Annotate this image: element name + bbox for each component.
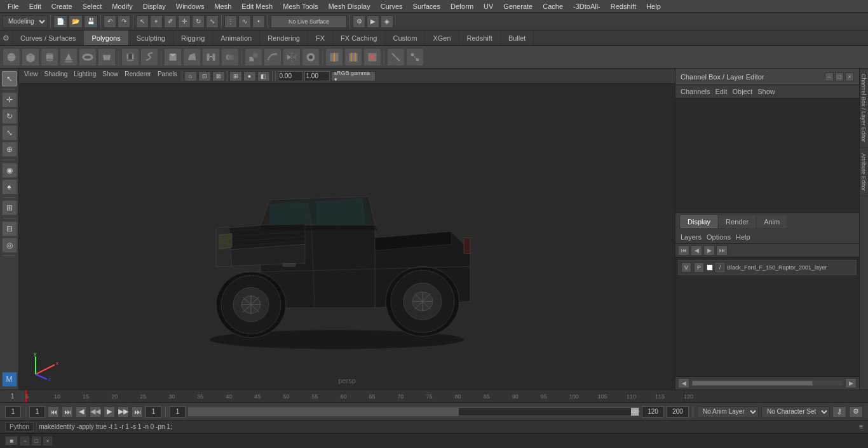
exposure-input[interactable] <box>278 71 303 81</box>
shelf-fill-hole-btn[interactable] <box>302 48 320 66</box>
layers-scroll-right-btn[interactable]: ▶ <box>845 378 857 388</box>
viewport-lighting-btn[interactable]: Lighting <box>71 70 98 83</box>
tab-fx[interactable]: FX <box>308 31 333 45</box>
menu-3dtoll[interactable]: -3DtoAll- <box>568 2 606 11</box>
layers-menu-options[interactable]: Options <box>707 233 731 241</box>
tab-xgen[interactable]: XGen <box>425 31 459 45</box>
menu-modify[interactable]: Modify <box>107 2 137 11</box>
menu-curves[interactable]: Curves <box>376 2 408 11</box>
new-scene-btn[interactable]: 📄 <box>53 15 67 28</box>
step-back-one-btn[interactable]: ◀ <box>76 406 87 417</box>
range-end-input[interactable] <box>642 406 664 417</box>
sculpt-btn[interactable]: ♠ <box>2 179 17 194</box>
layers-nav-back-btn[interactable]: ⏮ <box>678 245 689 255</box>
current-frame-input[interactable] <box>5 406 21 417</box>
save-scene-btn[interactable]: 💾 <box>84 15 98 28</box>
render-settings-btn[interactable]: ⚙ <box>353 15 365 28</box>
color-space-btn[interactable]: sRGB gamma ▾ <box>331 71 376 81</box>
shelf-insert-edge-btn[interactable] <box>325 48 343 66</box>
rotate-tool-btn[interactable]: ↻ <box>192 15 205 28</box>
layers-nav-end-btn[interactable]: ⏭ <box>716 245 728 255</box>
shelf-plane-btn[interactable] <box>98 48 116 66</box>
step-back-btn[interactable]: ⏭ <box>62 406 73 417</box>
select-mode-btn[interactable]: ↖ <box>2 71 17 86</box>
channel-menu-object[interactable]: Object <box>732 88 752 95</box>
tab-gear-icon[interactable]: ⚙ <box>0 31 13 46</box>
smooth-shade-btn[interactable]: ● <box>243 71 256 81</box>
panel-close-btn[interactable]: × <box>845 72 854 81</box>
python-mode-label[interactable]: Python <box>5 422 34 431</box>
shelf-offset-edge-btn[interactable] <box>344 48 362 66</box>
universal-mode-btn[interactable]: ⊕ <box>2 142 17 157</box>
shelf-helix-btn[interactable] <box>140 48 158 66</box>
layer-visibility-btn[interactable]: V <box>681 262 691 273</box>
isolate-select-btn[interactable]: ◎ <box>2 238 17 253</box>
tab-bullet[interactable]: Bullet <box>501 31 534 45</box>
soft-select-btn[interactable]: ◉ <box>2 163 17 178</box>
panel-tab-anim[interactable]: Anim <box>757 215 787 228</box>
menu-mesh-tools[interactable]: Mesh Tools <box>278 2 323 11</box>
tab-rigging[interactable]: Rigging <box>173 31 213 45</box>
menu-file[interactable]: File <box>3 2 24 11</box>
shelf-sphere-btn[interactable] <box>3 48 20 66</box>
panel-tab-display[interactable]: Display <box>681 215 717 228</box>
cam-home-btn[interactable]: ⌂ <box>184 71 197 81</box>
panel-maximize-btn[interactable]: □ <box>835 72 844 81</box>
menu-windows[interactable]: Windows <box>171 2 210 11</box>
panel-minimize-btn[interactable]: − <box>825 72 834 81</box>
layers-menu-layers[interactable]: Layers <box>681 233 702 241</box>
tab-sculpting[interactable]: Sculpting <box>129 31 173 45</box>
render-btn[interactable]: ▶ <box>367 15 379 28</box>
cam-select-btn[interactable]: ⊠ <box>212 71 225 81</box>
move-tool-btn[interactable]: ✛ <box>178 15 191 28</box>
play-back-btn[interactable]: ◀◀ <box>90 406 101 417</box>
auto-key-btn[interactable]: ⚷ <box>832 406 846 417</box>
os-app-icon[interactable]: ■ <box>5 436 18 445</box>
menu-display[interactable]: Display <box>138 2 171 11</box>
snap-curve-btn[interactable]: ∿ <box>238 15 251 28</box>
layer-options-btn[interactable]: / <box>715 263 724 272</box>
menu-uv[interactable]: UV <box>478 2 498 11</box>
tab-custom[interactable]: Custom <box>386 31 426 45</box>
frame-range-slider[interactable]: 120 <box>188 407 639 416</box>
menu-help[interactable]: Help <box>641 2 666 11</box>
play-forward-btn[interactable]: ▶ <box>104 406 115 417</box>
viewport-panels-btn[interactable]: Panels <box>155 70 180 83</box>
shelf-pipe-btn[interactable] <box>121 48 139 66</box>
wireframe-btn[interactable]: ⊞ <box>229 71 242 81</box>
viewport-view-btn[interactable]: View <box>22 70 41 83</box>
layers-scrollbar[interactable] <box>692 381 843 386</box>
menu-edit[interactable]: Edit <box>24 2 46 11</box>
move-mode-btn[interactable]: ✛ <box>2 92 17 107</box>
tab-redshift[interactable]: Redshift <box>459 31 501 45</box>
tab-animation[interactable]: Animation <box>213 31 260 45</box>
cam-frame-btn[interactable]: ⊡ <box>198 71 211 81</box>
paint-select-btn[interactable]: ✐ <box>164 15 177 28</box>
scale-tool-btn[interactable]: ⤡ <box>206 15 219 28</box>
shelf-delete-edge-btn[interactable] <box>363 48 381 66</box>
range-start-input[interactable] <box>170 406 186 417</box>
grid-display-btn[interactable]: ⊟ <box>2 221 17 236</box>
status-right-btn[interactable]: ≡ <box>859 423 863 430</box>
shelf-boolean-btn[interactable] <box>221 48 239 66</box>
menu-cache[interactable]: Cache <box>538 2 568 11</box>
tab-polygons[interactable]: Polygons <box>84 31 128 45</box>
viewport-renderer-btn[interactable]: Renderer <box>122 70 154 83</box>
channel-menu-show[interactable]: Show <box>757 88 775 95</box>
anim-layer-dropdown[interactable]: No Anim Layer <box>697 406 759 417</box>
tab-rendering[interactable]: Rendering <box>260 31 308 45</box>
workspace-dropdown[interactable]: Modeling <box>3 15 48 28</box>
shelf-torus-btn[interactable] <box>79 48 97 66</box>
max-frame-input[interactable] <box>667 406 689 417</box>
menu-mesh-display[interactable]: Mesh Display <box>323 2 376 11</box>
redo-btn[interactable]: ↷ <box>118 15 130 28</box>
layers-menu-help[interactable]: Help <box>736 233 750 241</box>
undo-btn[interactable]: ↶ <box>104 15 116 28</box>
viewport-show-btn[interactable]: Show <box>100 70 121 83</box>
layer-row-main[interactable]: V P / Black_Ford_F_150_Raptor_2001_layer <box>678 260 857 275</box>
menu-generate[interactable]: Generate <box>498 2 538 11</box>
menu-deform[interactable]: Deform <box>445 2 478 11</box>
rotate-mode-btn[interactable]: ↻ <box>2 109 17 124</box>
shelf-bevel-btn[interactable] <box>183 48 201 66</box>
frame-start-input[interactable] <box>29 406 45 417</box>
